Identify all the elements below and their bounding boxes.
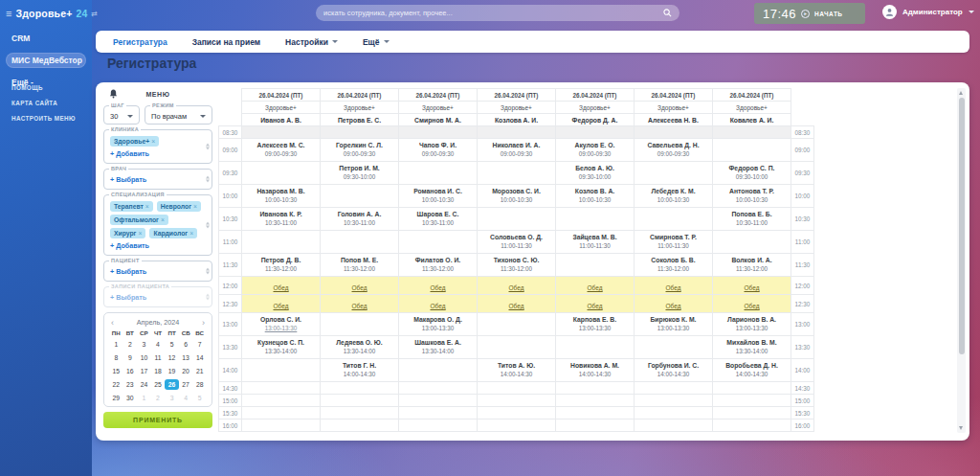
appointment-cell[interactable]: Козлов В. А.10:00-10:30 [556, 185, 635, 208]
tab-item[interactable]: Записи на прием [192, 37, 260, 47]
empty-slot-cell[interactable] [242, 231, 321, 254]
empty-slot-cell[interactable] [478, 208, 556, 231]
calendar-day-muted[interactable]: 1 [137, 393, 151, 403]
empty-slot-cell[interactable] [321, 185, 399, 208]
lunch-link[interactable]: Обед [666, 284, 681, 291]
search-icon[interactable] [663, 9, 672, 17]
step-select[interactable]: ШАГ 30 [103, 105, 140, 125]
calendar-day[interactable]: 23 [123, 379, 138, 390]
patient-select-link[interactable]: + Выбрать [110, 267, 146, 276]
spinner-icon[interactable] [206, 268, 210, 275]
empty-slot-cell[interactable] [399, 231, 478, 254]
sidebar-footer-item[interactable]: ПОМОЩЬ [11, 84, 80, 91]
appointment-cell[interactable]: Кузнецов С. П.13:30-14:00 [242, 336, 321, 359]
filter-chip[interactable]: Кардиолог× [149, 228, 197, 238]
calendar-day[interactable]: 4 [151, 339, 166, 350]
empty-slot-cell[interactable] [635, 336, 713, 359]
calendar-day-muted[interactable]: 3 [165, 393, 179, 403]
calendar-day[interactable]: 1 [109, 339, 123, 350]
appointment-cell[interactable]: Петров И. М.09:30-10:00 [321, 162, 399, 185]
remove-chip-icon[interactable]: × [151, 138, 155, 145]
empty-slot-cell[interactable] [399, 382, 478, 395]
empty-slot-cell[interactable] [556, 208, 635, 231]
scrollbar-thumb[interactable] [959, 98, 965, 354]
calendar-day[interactable]: 7 [192, 339, 207, 350]
user-menu[interactable]: Администратор [882, 5, 974, 19]
lunch-link[interactable]: Обед [431, 284, 446, 291]
lunch-link[interactable]: Обед [509, 284, 524, 291]
empty-slot-cell[interactable] [713, 395, 791, 407]
appointment-cell[interactable]: Петров Д. В.11:30-12:00 [242, 254, 321, 277]
appointment-cell[interactable]: Зайцева М. В.11:00-11:30 [556, 231, 635, 254]
calendar-day[interactable]: 16 [123, 366, 138, 376]
empty-slot-cell[interactable] [635, 162, 713, 185]
empty-slot-cell[interactable] [635, 407, 713, 419]
calendar-day-muted[interactable]: 2 [151, 393, 166, 403]
empty-slot-cell[interactable] [713, 407, 791, 419]
lunch-link[interactable]: Обед [745, 284, 760, 291]
spinner-icon[interactable] [206, 222, 210, 229]
specialization-add-link[interactable]: + Добавить [110, 241, 149, 250]
filter-chip[interactable]: Хирург× [110, 228, 145, 238]
appointment-cell[interactable]: Бирюков К. М.13:00-13:30 [635, 313, 713, 336]
empty-slot-cell[interactable] [556, 382, 635, 395]
filter-chip[interactable]: Здоровье+× [110, 136, 159, 147]
calendar-day[interactable]: 18 [151, 366, 166, 376]
global-search[interactable] [316, 5, 679, 21]
remove-chip-icon[interactable]: × [138, 230, 142, 237]
empty-slot-cell[interactable] [242, 407, 321, 419]
calendar-day[interactable]: 24 [137, 379, 151, 390]
appointment-cell[interactable]: Орлова С. И.13:00-13:30 [242, 313, 321, 336]
appointment-cell[interactable]: Тихонов С. Ю.11:30-12:00 [478, 254, 556, 277]
calendar-day[interactable]: 29 [109, 393, 123, 403]
empty-slot-cell[interactable] [556, 407, 635, 419]
sidebar-item[interactable]: CRM [6, 31, 86, 46]
calendar-day[interactable]: 6 [179, 339, 193, 350]
appointment-cell[interactable]: Попова Е. Б.10:30-11:00 [713, 208, 791, 231]
calendar-day[interactable]: 17 [137, 366, 151, 376]
appointment-cell[interactable]: Морозова С. И.10:00-10:30 [478, 185, 556, 208]
empty-slot-cell[interactable] [556, 336, 635, 359]
empty-slot-cell[interactable] [242, 382, 321, 395]
empty-slot-cell[interactable] [556, 254, 635, 277]
lunch-link[interactable]: Обед [588, 303, 603, 309]
calendar-day[interactable]: 3 [137, 339, 151, 350]
empty-slot-cell[interactable] [321, 419, 399, 432]
empty-slot-cell[interactable] [478, 336, 556, 359]
empty-slot-cell[interactable] [556, 395, 635, 407]
timer-widget[interactable]: 17:46 ▸ НАЧАТЬ [754, 3, 865, 24]
appointment-cell[interactable]: Головин А. А.10:30-11:00 [321, 208, 399, 231]
calendar-day[interactable]: 9 [123, 352, 138, 363]
filter-chip[interactable]: Терапевт× [110, 201, 153, 212]
notifications-icon[interactable] [109, 89, 118, 99]
appointment-cell[interactable]: Белов А. Ю.09:30-10:00 [556, 162, 635, 185]
calendar-day[interactable]: 2 [123, 339, 138, 350]
apply-button[interactable]: ПРИМЕНИТЬ [103, 412, 212, 428]
appointment-cell[interactable]: Николаев И. А.09:00-09:30 [478, 139, 556, 162]
appointment-cell[interactable]: Горбунова И. С.14:00-14:30 [635, 359, 713, 382]
scroll-up-icon[interactable] [959, 91, 963, 95]
appointment-cell[interactable]: Воробьева Д. Н.14:00-14:30 [713, 359, 791, 382]
empty-slot-cell[interactable] [321, 407, 399, 419]
calendar-day[interactable]: 10 [137, 352, 151, 363]
appointment-cell[interactable]: Назарова М. В.10:00-10:30 [242, 185, 321, 208]
empty-slot-cell[interactable] [399, 395, 478, 407]
lunch-link[interactable]: Обед [274, 284, 289, 291]
clinic-add-link[interactable]: + Добавить [110, 149, 149, 158]
appointment-cell[interactable]: Филатов О. И.11:30-12:00 [399, 254, 478, 277]
calendar-day[interactable]: 11 [151, 352, 166, 363]
calendar-day[interactable]: 13 [179, 352, 193, 363]
empty-slot-cell[interactable] [478, 419, 556, 432]
empty-slot-cell[interactable] [321, 382, 399, 395]
hamburger-icon[interactable]: ≡ [6, 8, 11, 19]
calendar-day-selected[interactable]: 26 [165, 379, 179, 390]
appointment-cell[interactable]: Ларионов В. А.13:00-13:30 [713, 313, 791, 336]
appointment-cell[interactable]: Новикова А. М.14:00-14:30 [556, 359, 635, 382]
calendar-day[interactable]: 27 [179, 379, 193, 390]
appointment-cell[interactable]: Алексеев М. С.09:00-09:30 [242, 139, 321, 162]
appointment-cell[interactable]: Акулов Е. О.09:00-09:30 [556, 139, 635, 162]
spinner-icon[interactable] [206, 176, 210, 183]
empty-slot-cell[interactable] [321, 313, 399, 336]
appointment-cell[interactable]: Шашкова Е. А.13:30-14:00 [399, 336, 478, 359]
remove-chip-icon[interactable]: × [145, 203, 149, 210]
